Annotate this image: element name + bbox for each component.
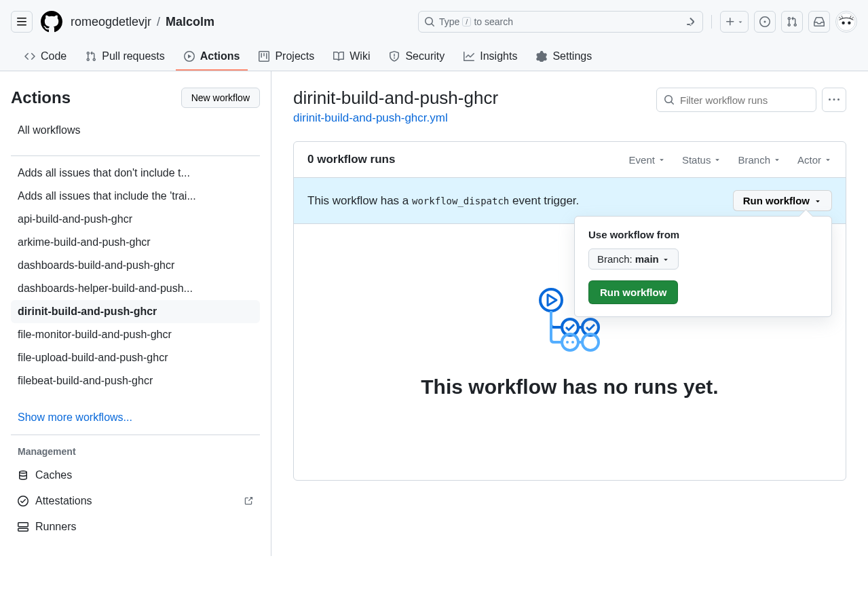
github-logo[interactable] bbox=[41, 11, 62, 33]
triangle-down-icon bbox=[824, 155, 832, 164]
search-icon bbox=[664, 94, 675, 105]
workflow-link[interactable]: filebeat-build-and-push-ghcr bbox=[11, 369, 260, 392]
workflow-link[interactable]: dashboards-helper-build-and-push... bbox=[11, 277, 260, 300]
search-type-label: Type bbox=[439, 16, 459, 27]
triangle-down-icon bbox=[814, 197, 822, 205]
notifications-button[interactable] bbox=[808, 11, 830, 33]
triangle-down-icon bbox=[713, 155, 721, 164]
pull-requests-button[interactable] bbox=[781, 11, 803, 33]
workflow-link[interactable]: dashboards-build-and-push-ghcr bbox=[11, 254, 260, 277]
tab-actions[interactable]: Actions bbox=[176, 43, 248, 71]
workflow-link[interactable]: api-build-and-push-ghcr bbox=[11, 208, 260, 231]
use-workflow-from-label: Use workflow from bbox=[588, 229, 818, 240]
caches-link[interactable]: Caches bbox=[11, 462, 260, 488]
issues-button[interactable] bbox=[754, 11, 776, 33]
workflow-link[interactable]: Adds all issues that don't include t... bbox=[11, 162, 260, 185]
runs-card: 0 workflow runs Event Status Branch Acto… bbox=[293, 141, 846, 481]
svg-point-1 bbox=[842, 22, 844, 24]
workflow-link[interactable]: file-monitor-build-and-push-ghcr bbox=[11, 323, 260, 346]
workflow-list: Adds all issues that don't include t...A… bbox=[11, 162, 260, 392]
inbox-icon bbox=[814, 16, 825, 27]
shield-icon bbox=[389, 51, 400, 62]
create-new-button[interactable] bbox=[720, 11, 749, 33]
run-workflow-popover: Use workflow from Branch: main Run workf… bbox=[574, 216, 832, 317]
breadcrumb-repo[interactable]: Malcolm bbox=[166, 15, 214, 29]
workflow-file-link[interactable]: dirinit-build-and-push-ghcr.yml bbox=[293, 111, 448, 125]
issue-icon bbox=[759, 16, 770, 27]
search-slash-key: / bbox=[462, 17, 471, 26]
filter-branch[interactable]: Branch bbox=[738, 154, 781, 166]
svg-point-0 bbox=[837, 13, 855, 31]
management-label: Management bbox=[11, 441, 260, 462]
workflow-link[interactable]: file-upload-build-and-push-ghcr bbox=[11, 346, 260, 369]
svg-point-12 bbox=[566, 341, 569, 344]
github-icon bbox=[41, 11, 62, 33]
hamburger-button[interactable] bbox=[11, 11, 33, 33]
graph-icon bbox=[464, 51, 474, 62]
attestations-link[interactable]: Attestations bbox=[11, 488, 260, 514]
workflow-link[interactable]: dirinit-build-and-push-ghcr bbox=[11, 300, 260, 323]
external-link-icon bbox=[244, 496, 253, 506]
triangle-down-icon bbox=[662, 255, 670, 263]
run-workflow-dropdown[interactable]: Run workflow bbox=[733, 190, 832, 211]
user-avatar[interactable] bbox=[835, 11, 857, 33]
play-icon bbox=[184, 51, 195, 62]
server-icon bbox=[18, 521, 29, 532]
search-input[interactable]: Type / to search bbox=[418, 11, 703, 33]
actions-sidebar: Actions New workflow All workflows Adds … bbox=[0, 71, 271, 556]
pull-request-icon bbox=[787, 16, 797, 27]
svg-point-7 bbox=[540, 289, 562, 311]
pull-request-icon bbox=[86, 51, 96, 62]
gear-icon bbox=[536, 51, 547, 62]
tab-code[interactable]: Code bbox=[16, 43, 75, 71]
tab-pull-requests[interactable]: Pull requests bbox=[77, 43, 173, 71]
svg-point-13 bbox=[571, 341, 574, 344]
tab-projects[interactable]: Projects bbox=[250, 43, 322, 71]
sidebar-title: Actions bbox=[11, 88, 71, 107]
triangle-down-icon bbox=[773, 155, 781, 164]
run-workflow-submit[interactable]: Run workflow bbox=[588, 280, 678, 304]
filter-runs-input-container[interactable] bbox=[656, 88, 816, 112]
filter-actor[interactable]: Actor bbox=[797, 154, 832, 166]
search-to-search-label: to search bbox=[474, 16, 513, 27]
breadcrumb: romeogdetlevjr / Malcolm bbox=[71, 15, 214, 29]
new-workflow-button[interactable]: New workflow bbox=[181, 88, 260, 108]
workflow-title: dirinit-build-and-push-ghcr bbox=[293, 88, 498, 109]
runs-count: 0 workflow runs bbox=[307, 153, 395, 166]
hamburger-icon bbox=[16, 16, 27, 27]
workflow-menu-button[interactable] bbox=[822, 88, 846, 112]
empty-message: This workflow has no runs yet. bbox=[307, 375, 832, 399]
dispatch-bar: This workflow has a workflow_dispatch ev… bbox=[294, 177, 846, 224]
breadcrumb-owner[interactable]: romeogdetlevjr bbox=[71, 15, 151, 29]
all-workflows-link[interactable]: All workflows bbox=[11, 119, 260, 142]
triangle-down-icon bbox=[658, 155, 666, 164]
search-icon bbox=[424, 16, 435, 27]
project-icon bbox=[259, 51, 269, 62]
filter-runs-input[interactable] bbox=[680, 94, 809, 106]
workflow-link[interactable]: arkime-build-and-push-ghcr bbox=[11, 231, 260, 254]
runners-link[interactable]: Runners bbox=[11, 514, 260, 540]
tab-settings[interactable]: Settings bbox=[528, 43, 600, 71]
filter-status[interactable]: Status bbox=[682, 154, 722, 166]
breadcrumb-separator: / bbox=[157, 15, 160, 29]
branch-select[interactable]: Branch: main bbox=[588, 248, 679, 270]
filter-event[interactable]: Event bbox=[629, 154, 666, 166]
workflow-link[interactable]: Adds all issues that include the 'trai..… bbox=[11, 185, 260, 208]
verified-icon bbox=[18, 496, 29, 506]
book-icon bbox=[333, 51, 344, 62]
tab-wiki[interactable]: Wiki bbox=[325, 43, 378, 71]
tab-insights[interactable]: Insights bbox=[455, 43, 525, 71]
show-more-workflows[interactable]: Show more workflows... bbox=[11, 406, 260, 429]
avatar-icon bbox=[837, 12, 856, 31]
repo-nav: Code Pull requests Actions Projects Wiki… bbox=[11, 43, 857, 71]
plus-icon bbox=[725, 16, 736, 27]
kebab-icon bbox=[829, 94, 839, 105]
tab-security[interactable]: Security bbox=[381, 43, 453, 71]
svg-point-2 bbox=[848, 22, 850, 24]
command-palette-icon bbox=[686, 16, 697, 27]
code-icon bbox=[24, 51, 35, 62]
triangle-down-icon bbox=[737, 18, 744, 25]
database-icon bbox=[18, 470, 29, 481]
